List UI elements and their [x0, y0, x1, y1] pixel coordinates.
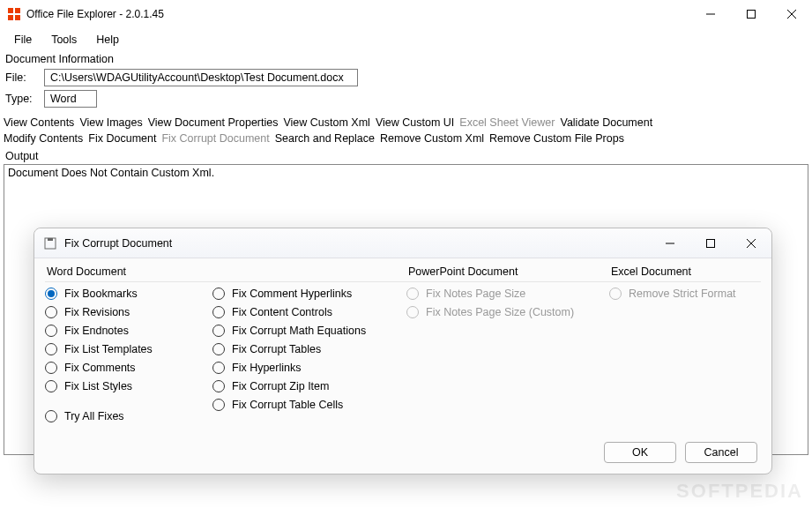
radio-label: Try All Fixes — [64, 410, 124, 422]
minimize-button[interactable] — [690, 0, 731, 28]
radio-fix-endnotes[interactable]: Fix Endnotes — [45, 325, 212, 337]
file-label: File: — [5, 71, 37, 84]
view-custom-xml-button[interactable]: View Custom Xml — [283, 116, 369, 129]
remove-custom-xml-button[interactable]: Remove Custom Xml — [380, 132, 484, 145]
view-document-properties-button[interactable]: View Document Properties — [148, 116, 279, 129]
type-value: Word — [44, 90, 97, 108]
toolbar-row-1: View Contents View Images View Document … — [0, 115, 812, 131]
radio-fix-notes-page-size-custom: Fix Notes Page Size (Custom) — [406, 306, 609, 318]
dialog-close-button[interactable] — [731, 230, 771, 257]
radio-label: Fix Hyperlinks — [232, 362, 302, 374]
window-title: Office File Explorer - 2.0.1.45 — [26, 8, 690, 20]
radio-try-all-fixes[interactable]: Try All Fixes — [45, 410, 212, 422]
file-row: File: C:\Users\WDAGUtilityAccount\Deskto… — [0, 67, 812, 88]
fix-document-button[interactable]: Fix Document — [88, 132, 156, 145]
radio-label: Fix List Templates — [64, 343, 153, 355]
close-button[interactable] — [771, 0, 812, 28]
radio-label: Fix Corrupt Zip Item — [232, 380, 329, 392]
radio-fix-corrupt-math-equations[interactable]: Fix Corrupt Math Equations — [212, 325, 398, 337]
radio-label: Fix Bookmarks — [64, 288, 138, 300]
radio-fix-hyperlinks[interactable]: Fix Hyperlinks — [212, 362, 398, 374]
radio-label: Fix Notes Page Size (Custom) — [426, 306, 574, 318]
modify-contents-button[interactable]: Modify Contents — [4, 132, 83, 145]
radio-label: Fix Comments — [64, 362, 136, 374]
group-ppt-title: PowerPoint Document — [406, 265, 609, 282]
ok-button[interactable]: OK — [604, 442, 676, 463]
radio-fix-bookmarks[interactable]: Fix Bookmarks — [45, 288, 212, 300]
radio-fix-revisions[interactable]: Fix Revisions — [45, 306, 212, 318]
radio-fix-comments[interactable]: Fix Comments — [45, 362, 212, 374]
radio-label: Fix Corrupt Math Equations — [232, 325, 366, 337]
radio-label: Fix Revisions — [64, 306, 130, 318]
dialog-title: Fix Corrupt Document — [64, 237, 650, 250]
document-information-label: Document Information — [0, 51, 812, 67]
menu-tools[interactable]: Tools — [42, 30, 86, 49]
group-word-document: Word Document Fix Bookmarks Fix Revision… — [45, 265, 406, 467]
radio-fix-comment-hyperlinks[interactable]: Fix Comment Hyperlinks — [212, 288, 398, 300]
radio-fix-content-controls[interactable]: Fix Content Controls — [212, 306, 398, 318]
type-row: Type: Word — [0, 88, 812, 109]
menu-help[interactable]: Help — [87, 30, 128, 49]
radio-fix-notes-page-size: Fix Notes Page Size — [406, 288, 609, 300]
menu-file[interactable]: File — [5, 30, 41, 49]
remove-custom-file-props-button[interactable]: Remove Custom File Props — [489, 132, 624, 145]
group-word-title: Word Document — [45, 265, 406, 282]
view-images-button[interactable]: View Images — [79, 116, 142, 129]
view-contents-button[interactable]: View Contents — [4, 116, 74, 129]
dialog-titlebar: Fix Corrupt Document — [34, 228, 771, 258]
excel-sheet-viewer-button: Excel Sheet Viewer — [459, 116, 555, 129]
group-excel-document: Excel Document Remove Strict Format OK C… — [609, 265, 761, 467]
search-and-replace-button[interactable]: Search and Replace — [275, 132, 375, 145]
view-custom-ui-button[interactable]: View Custom UI — [376, 116, 454, 129]
dialog-maximize-button[interactable] — [690, 230, 731, 257]
radio-label: Fix List Styles — [64, 380, 132, 392]
menubar: File Tools Help — [0, 28, 812, 51]
radio-label: Remove Strict Format — [629, 288, 736, 300]
radio-fix-corrupt-zip-item[interactable]: Fix Corrupt Zip Item — [212, 380, 398, 392]
app-icon — [7, 7, 21, 21]
radio-label: Fix Comment Hyperlinks — [232, 288, 352, 300]
svg-rect-3 — [15, 15, 20, 20]
dialog-minimize-button[interactable] — [650, 230, 690, 257]
group-excel-title: Excel Document — [609, 265, 761, 282]
radio-label: Fix Notes Page Size — [426, 288, 525, 300]
fix-corrupt-document-dialog: Fix Corrupt Document Word Document Fix B… — [34, 228, 772, 474]
watermark: SOFTPEDIA — [676, 480, 803, 503]
radio-fix-corrupt-table-cells[interactable]: Fix Corrupt Table Cells — [212, 399, 398, 411]
type-label: Type: — [5, 93, 37, 105]
output-text: Document Does Not Contain Custom Xml. — [8, 167, 214, 179]
radio-fix-list-styles[interactable]: Fix List Styles — [45, 380, 212, 392]
radio-label: Fix Corrupt Tables — [232, 343, 321, 355]
validate-document-button[interactable]: Validate Document — [560, 116, 652, 129]
radio-label: Fix Corrupt Table Cells — [232, 399, 343, 411]
radio-remove-strict-format: Remove Strict Format — [609, 288, 761, 300]
svg-rect-2 — [8, 15, 13, 20]
dialog-icon — [43, 236, 57, 250]
radio-label: Fix Content Controls — [232, 306, 332, 318]
svg-rect-1 — [15, 8, 20, 13]
cancel-button[interactable]: Cancel — [685, 442, 757, 463]
maximize-button[interactable] — [731, 0, 771, 28]
file-value[interactable]: C:\Users\WDAGUtilityAccount\Desktop\Test… — [44, 69, 358, 86]
svg-rect-9 — [48, 238, 53, 241]
toolbar-row-2: Modify Contents Fix Document Fix Corrupt… — [0, 131, 812, 146]
window-titlebar: Office File Explorer - 2.0.1.45 — [0, 0, 812, 28]
svg-rect-5 — [748, 11, 756, 19]
svg-rect-0 — [8, 8, 13, 13]
group-powerpoint-document: PowerPoint Document Fix Notes Page Size … — [406, 265, 609, 467]
svg-rect-11 — [707, 239, 715, 247]
fix-corrupt-document-button: Fix Corrupt Document — [161, 132, 269, 145]
radio-fix-list-templates[interactable]: Fix List Templates — [45, 343, 212, 355]
radio-fix-corrupt-tables[interactable]: Fix Corrupt Tables — [212, 343, 398, 355]
output-label: Output — [0, 146, 812, 164]
radio-label: Fix Endnotes — [64, 325, 129, 337]
